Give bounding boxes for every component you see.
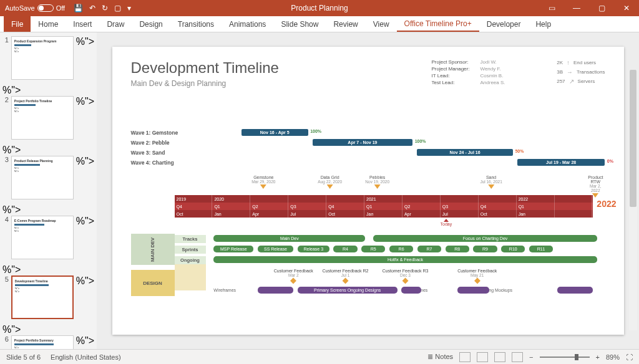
slide-canvas[interactable]: Development Timeline Main Dev & Design P…	[112, 47, 624, 335]
tab-home[interactable]: Home	[31, 17, 66, 31]
design-pill: Primary Screens Ongoing Designs	[298, 287, 398, 294]
file-tab[interactable]: File	[4, 16, 31, 32]
milestone-marker: Product RTWMar 2, 2022	[588, 175, 603, 198]
slide-subtitle: Main Dev & Design Planning	[131, 79, 227, 88]
tab-review[interactable]: Review	[326, 17, 365, 31]
fit-window-icon[interactable]: ⛶	[626, 353, 633, 361]
task-pill: R5	[361, 246, 385, 252]
reading-view-icon[interactable]	[494, 352, 505, 362]
thumbnail-6[interactable]: Project Portfolio Summary%">%">	[11, 335, 74, 349]
zoom-out-icon[interactable]: −	[529, 353, 533, 361]
notes-button[interactable]: ≣ Notes	[427, 353, 453, 361]
zoom-in-icon[interactable]: +	[596, 353, 600, 361]
save-icon[interactable]: 💾	[74, 4, 83, 12]
feedback-marker: Customer FeedbackMar 2	[274, 269, 313, 284]
slide-title: Development Timeline	[131, 59, 279, 77]
qat-more-icon[interactable]: ▾	[127, 4, 131, 12]
wave-bar: Jul 19 - Mar 28	[517, 159, 605, 166]
swimlane-dev-header: MAIN DEV	[131, 234, 175, 265]
task-pill: Main Dev	[213, 235, 365, 242]
thumbnail-5[interactable]: Development Timeline%">%">	[11, 275, 74, 319]
wave-bar: Apr 7 - Nov 19	[313, 139, 413, 146]
thumbnail-4[interactable]: E-Comm Program Roadmap%">%">	[11, 216, 74, 259]
task-pill: MSP Release	[213, 246, 253, 252]
tab-view[interactable]: View	[366, 17, 397, 31]
milestone-marker: GemstoneMar 29, 2020	[251, 175, 275, 189]
sorter-view-icon[interactable]	[477, 352, 488, 362]
wave-bar: Nov 16 - Apr 5	[241, 129, 308, 136]
normal-view-icon[interactable]	[459, 352, 471, 362]
task-pill: R6	[389, 246, 413, 252]
task-pill: R10	[501, 246, 525, 252]
autosave-state: Off	[56, 4, 65, 12]
slideshow-icon[interactable]: ▢	[114, 4, 121, 12]
autosave-label: AutoSave	[5, 4, 35, 12]
close-icon[interactable]: ✕	[614, 0, 639, 16]
milestone-marker: SandJul 16, 2021	[480, 175, 502, 189]
design-pill	[557, 287, 593, 294]
feedback-marker: Customer Feedback R2Jul 1	[323, 269, 369, 284]
undo-icon[interactable]: ↶	[89, 4, 95, 12]
design-pill	[401, 287, 421, 294]
feedback-marker: Customer Feedback R3Dec 3	[383, 269, 429, 284]
tab-draw[interactable]: Draw	[99, 17, 132, 31]
ribbon-options-icon[interactable]: ▭	[539, 0, 564, 16]
design-pill	[258, 287, 294, 294]
task-pill: SS Release	[258, 246, 294, 252]
task-pill: Hotfix & Feedback	[213, 256, 597, 263]
thumbnail-2[interactable]: Project Portfolio Timeline%">%">	[11, 96, 74, 140]
minimize-icon[interactable]: —	[564, 0, 589, 16]
tab-insert[interactable]: Insert	[66, 17, 99, 31]
task-pill: R9	[473, 246, 497, 252]
thumbnail-1[interactable]: Product Expansion Program%">%">	[11, 36, 74, 80]
design-pill	[457, 287, 489, 294]
task-pill: R4	[333, 246, 357, 252]
year-callout: 2022	[597, 199, 616, 209]
swimlane-design-header: DESIGN	[131, 270, 175, 296]
tab-animations[interactable]: Animations	[222, 17, 273, 31]
task-pill: Focus on Charting Dev	[373, 235, 597, 242]
slideshow-view-icon[interactable]	[512, 352, 523, 362]
document-title: Product Planning	[291, 4, 348, 12]
tab-transitions[interactable]: Transitions	[170, 17, 222, 31]
tab-help[interactable]: Help	[528, 17, 559, 31]
wave-bar: Nov 24 - Jul 16	[417, 149, 513, 156]
tab-office-timeline-pro-[interactable]: Office Timeline Pro+	[397, 17, 479, 32]
maximize-icon[interactable]: ▢	[589, 0, 614, 16]
autosave-toggle[interactable]	[37, 4, 54, 12]
task-pill: R8	[446, 246, 469, 252]
zoom-slider[interactable]	[540, 357, 590, 358]
tab-slide-show[interactable]: Slide Show	[273, 17, 326, 31]
task-pill: R11	[529, 246, 553, 252]
tab-design[interactable]: Design	[132, 17, 170, 31]
task-pill: Release 3	[298, 246, 329, 252]
vertical-scrollbar[interactable]	[629, 70, 637, 330]
feedback-marker: Customer FeedbackMay 21	[457, 269, 497, 284]
redo-icon[interactable]: ↻	[102, 4, 108, 12]
slide-position: Slide 5 of 6	[6, 353, 41, 361]
milestone-marker: Data GridAug 22, 2020	[318, 175, 342, 189]
thumbnail-3[interactable]: Product Release Planning%">%">	[11, 156, 74, 199]
language[interactable]: English (United States)	[51, 353, 121, 361]
zoom-level[interactable]: 89%	[606, 353, 620, 361]
task-pill: R7	[417, 246, 441, 252]
tab-developer[interactable]: Developer	[479, 17, 529, 31]
milestone-marker: PebblesNov 19, 2020	[365, 175, 389, 189]
today-marker: Today	[441, 219, 452, 226]
